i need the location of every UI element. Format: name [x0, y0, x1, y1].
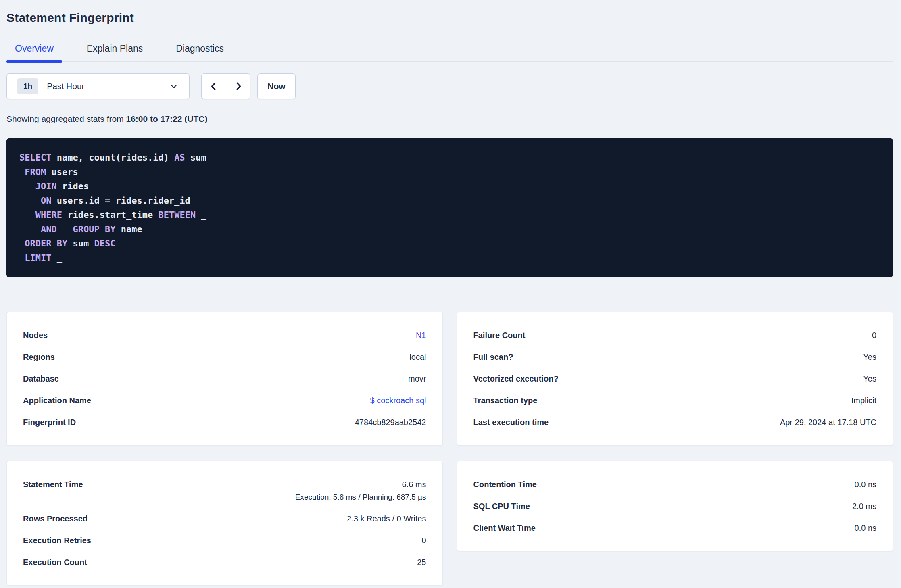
time-controls: 1h Past Hour Now	[6, 73, 893, 99]
chevron-right-icon	[233, 81, 244, 92]
statement-times-card: Statement Time 6.6 ms Execution: 5.8 ms …	[6, 461, 443, 586]
row-nodes: Nodes N1	[23, 324, 426, 346]
stats-caption-prefix: Showing aggregated stats from	[6, 114, 124, 123]
row-sql-cpu-time: SQL CPU Time 2.0 ms	[473, 495, 877, 517]
stats-caption: Showing aggregated stats from 16:00 to 1…	[6, 114, 893, 124]
failure-count-value: 0	[872, 330, 876, 340]
fingerprint-id-label: Fingerprint ID	[23, 417, 76, 427]
row-last-execution-time: Last execution time Apr 29, 2024 at 17:1…	[473, 411, 877, 433]
full-scan-value: Yes	[863, 352, 876, 362]
tab-overview-label: Overview	[15, 43, 54, 54]
statement-details-card: Nodes N1 Regions local Database movr App…	[6, 312, 443, 446]
time-range-badge: 1h	[17, 78, 38, 94]
now-button[interactable]: Now	[257, 73, 296, 99]
timing-cards-row: Statement Time 6.6 ms Execution: 5.8 ms …	[6, 461, 893, 586]
client-wait-time-value: 0.0 ns	[855, 523, 876, 533]
fingerprint-id-value: 4784cb829aab2542	[355, 417, 426, 427]
regions-label: Regions	[23, 352, 55, 362]
transaction-type-value: Implicit	[851, 396, 876, 405]
tab-diagnostics[interactable]: Diagnostics	[167, 40, 232, 61]
execution-count-label: Execution Count	[23, 557, 87, 567]
chevron-left-icon	[209, 81, 219, 92]
database-value: movr	[408, 374, 426, 384]
execution-retries-label: Execution Retries	[23, 536, 91, 545]
statement-time-breakdown: Execution: 5.8 ms / Planning: 687.5 µs	[295, 492, 426, 502]
page-title: Statement Fingerprint	[6, 10, 893, 25]
sql-statement-box: SELECT name, count(rides.id) AS sum FROM…	[6, 138, 893, 277]
execution-retries-value: 0	[421, 536, 426, 545]
tab-bar: Overview Explain Plans Diagnostics	[6, 40, 893, 62]
time-step-buttons	[201, 73, 250, 99]
sql-cpu-time-label: SQL CPU Time	[473, 501, 530, 511]
transaction-type-label: Transaction type	[473, 396, 538, 405]
statement-time-value: 6.6 ms	[402, 480, 426, 489]
tab-explain-plans-label: Explain Plans	[87, 43, 143, 54]
rows-processed-label: Rows Processed	[23, 514, 88, 523]
statement-time-label: Statement Time	[23, 480, 83, 489]
row-database: Database movr	[23, 368, 426, 390]
row-application-name: Application Name $ cockroach sql	[23, 390, 426, 411]
row-contention-time: Contention Time 0.0 ns	[473, 473, 877, 495]
full-scan-label: Full scan?	[473, 352, 513, 362]
regions-value: local	[409, 352, 426, 362]
overview-cards-row: Nodes N1 Regions local Database movr App…	[6, 312, 893, 446]
application-name-label: Application Name	[23, 396, 91, 405]
database-label: Database	[23, 374, 59, 384]
row-full-scan: Full scan? Yes	[473, 346, 877, 368]
row-regions: Regions local	[23, 346, 426, 368]
nodes-link[interactable]: N1	[416, 330, 426, 340]
contention-time-value: 0.0 ns	[855, 480, 876, 489]
rows-processed-value: 2.3 k Reads / 0 Writes	[347, 514, 426, 523]
row-fingerprint-id: Fingerprint ID 4784cb829aab2542	[23, 411, 426, 433]
row-execution-retries: Execution Retries 0	[23, 530, 426, 551]
failure-count-label: Failure Count	[473, 330, 526, 340]
execution-count-value: 25	[417, 557, 426, 567]
tab-overview[interactable]: Overview	[6, 40, 62, 61]
client-wait-time-label: Client Wait Time	[473, 523, 536, 533]
sql-code: SELECT name, count(rides.id) AS sum FROM…	[19, 150, 880, 265]
prev-time-button[interactable]	[202, 74, 226, 99]
row-execution-count: Execution Count 25	[23, 551, 426, 573]
row-rows-processed: Rows Processed 2.3 k Reads / 0 Writes	[23, 508, 426, 530]
contention-time-label: Contention Time	[473, 480, 537, 489]
application-name-link[interactable]: $ cockroach sql	[370, 396, 426, 405]
time-range-label: Past Hour	[47, 81, 169, 91]
chevron-down-icon	[169, 81, 179, 91]
time-range-dropdown[interactable]: 1h Past Hour	[6, 73, 190, 99]
vectorized-execution-label: Vectorized execution?	[473, 374, 559, 384]
wait-times-card: Contention Time 0.0 ns SQL CPU Time 2.0 …	[457, 461, 893, 551]
stats-caption-range: 16:00 to 17:22 (UTC)	[126, 114, 208, 123]
row-failure-count: Failure Count 0	[473, 324, 877, 346]
statement-fingerprint-page: Statement Fingerprint Overview Explain P…	[0, 10, 901, 586]
row-statement-time: Statement Time 6.6 ms Execution: 5.8 ms …	[23, 473, 426, 508]
last-execution-time-label: Last execution time	[473, 417, 549, 427]
nodes-label: Nodes	[23, 330, 48, 340]
next-time-button[interactable]	[226, 74, 250, 99]
row-client-wait-time: Client Wait Time 0.0 ns	[473, 517, 877, 539]
sql-cpu-time-value: 2.0 ms	[852, 501, 876, 511]
row-transaction-type: Transaction type Implicit	[473, 390, 877, 411]
tab-explain-plans[interactable]: Explain Plans	[78, 40, 151, 61]
vectorized-execution-value: Yes	[863, 374, 876, 384]
tab-diagnostics-label: Diagnostics	[176, 43, 224, 54]
last-execution-time-value: Apr 29, 2024 at 17:18 UTC	[780, 417, 876, 427]
row-vectorized-execution: Vectorized execution? Yes	[473, 368, 877, 390]
execution-attributes-card: Failure Count 0 Full scan? Yes Vectorize…	[457, 312, 893, 446]
